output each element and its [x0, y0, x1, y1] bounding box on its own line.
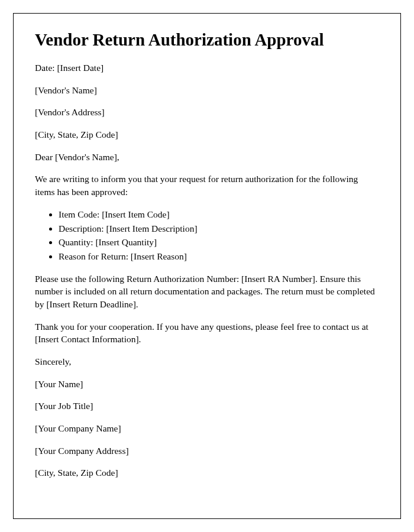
thanks-paragraph: Thank you for your cooperation. If you h… [35, 320, 379, 346]
vendor-city-state-zip: [City, State, Zip Code] [35, 128, 379, 141]
date-line: Date: [Insert Date] [35, 61, 379, 74]
sender-title: [Your Job Title] [35, 400, 379, 413]
list-item: Quantity: [Insert Quantity] [59, 236, 379, 249]
sender-city-state-zip: [City, State, Zip Code] [35, 466, 379, 479]
closing: Sincerely, [35, 355, 379, 368]
document-container: Vendor Return Authorization Approval Dat… [13, 13, 401, 519]
vendor-name: [Vendor's Name] [35, 84, 379, 97]
sender-company: [Your Company Name] [35, 422, 379, 435]
list-item: Description: [Insert Item Description] [59, 222, 379, 235]
ra-paragraph: Please use the following Return Authoriz… [35, 273, 379, 311]
vendor-address: [Vendor's Address] [35, 106, 379, 119]
item-list: Item Code: [Insert Item Code] Descriptio… [59, 208, 379, 263]
sender-address: [Your Company Address] [35, 445, 379, 458]
sender-name: [Your Name] [35, 378, 379, 391]
salutation: Dear [Vendor's Name], [35, 151, 379, 164]
list-item: Item Code: [Insert Item Code] [59, 208, 379, 221]
intro-paragraph: We are writing to inform you that your r… [35, 173, 379, 198]
document-title: Vendor Return Authorization Approval [35, 30, 379, 50]
list-item: Reason for Return: [Insert Reason] [59, 250, 379, 263]
